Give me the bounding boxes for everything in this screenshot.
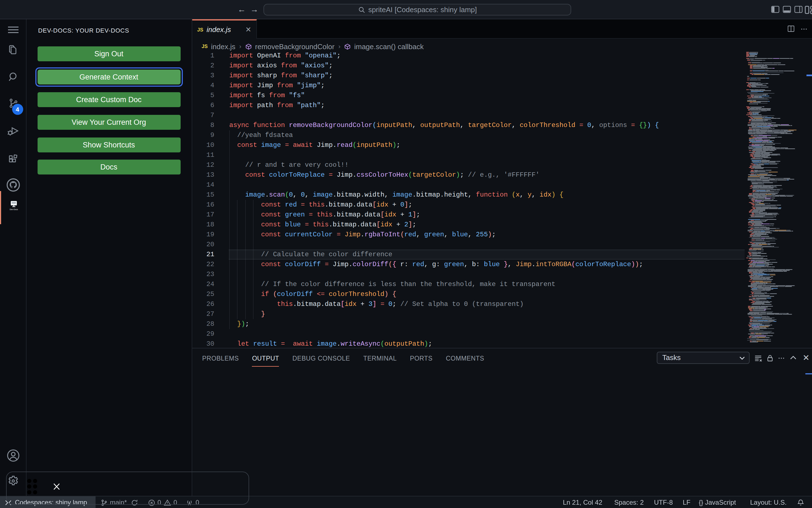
svg-text:Dev-Docs: Dev-Docs <box>10 208 18 210</box>
